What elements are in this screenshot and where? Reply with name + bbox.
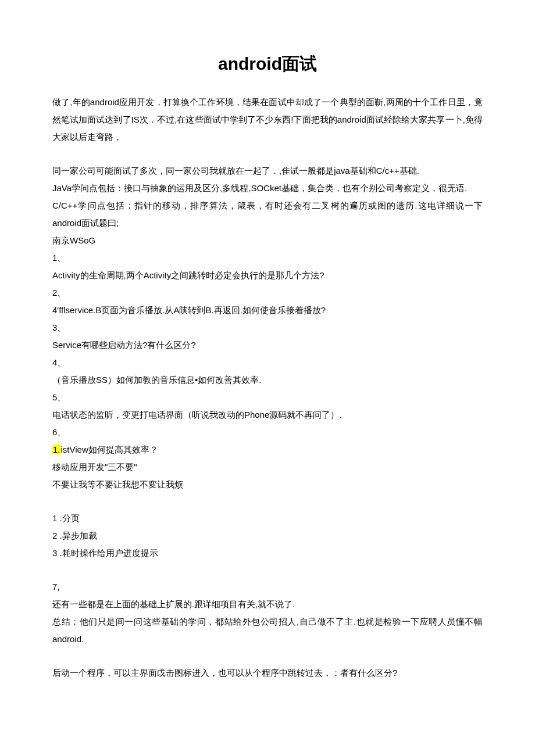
paragraph-java: JaVa学问点包括：接口与抽象的运用及区分,多线程,SOCket基础，集合类，也…: [52, 180, 483, 197]
q6-sub-b: 不要让我等不要让我想不変让我烦: [52, 476, 483, 493]
q6-text: 1.istView如何提高其效率？: [52, 441, 483, 458]
list-item-3: 3 .耗时操作给用户进度提示: [52, 544, 483, 562]
q6-sub-a: 移动应用开发"三不要": [52, 458, 483, 476]
q7-text-a: 还有一些都是在上面的基础上扩展的.跟详细项目有关,就不说了.: [52, 596, 483, 613]
list-item-2: 2 .异步加裁: [52, 527, 483, 544]
q2-number: 2、: [52, 284, 483, 302]
paragraph-last: 后动一个程序，可以主界面戉击图标进入，也可以从个程序中跳转过去，：者有什么区分?: [52, 664, 483, 682]
paragraph-intro: 做了,年的android应用开发，打算换个工作环境，结果在面试中却成了一个典型的…: [52, 94, 483, 146]
q5-text: 电话状态的监昕，变更打电话界面（听说我改动的Phone源码就不再问了）.: [52, 406, 483, 424]
page-title: android面试: [52, 52, 483, 76]
highlight-mark: 1.: [52, 445, 61, 454]
q5-number: 5、: [52, 389, 483, 406]
q4-text: （音乐播放SS）如何加教的音乐信息•如何改善其效率.: [52, 371, 483, 389]
q7-number: 7,: [52, 578, 483, 596]
list-item-1: 1 .分页: [52, 510, 483, 527]
paragraph-cpp: C/C++学问点包括：指针的移动，排序算法，箴表，有时还会有二叉树的遍历或图的遗…: [52, 197, 483, 232]
q1-text: Activity的生命周期,两个Activity之间跳转时必定会执行的是那几个方…: [52, 267, 483, 284]
q1-number: 1、: [52, 249, 483, 267]
q6-number: 6、: [52, 424, 483, 441]
q3-number: 3、: [52, 319, 483, 336]
paragraph-nanjing: 南京WSoG: [52, 232, 483, 249]
q6-rest: istView如何提高其效率？: [61, 445, 158, 454]
paragraph-same-company: 同一家公司可能面试了多次，同一家公司我就放在一起了．,隹试一般都是java基础和…: [52, 162, 483, 180]
document-page: android面试 做了,年的android应用开发，打算换个工作环境，结果在面…: [0, 0, 535, 716]
q3-text: Service有哪些启动方法?有什么区分?: [52, 336, 483, 354]
q7-text-b: 总结：他们只是间一问这些基础的学问，都站给外包公司招人,自己做不了主.也就是检验…: [52, 613, 483, 648]
q4-number: 4、: [52, 354, 483, 371]
q2-text: 4'fflservice.B页面为音乐播放.从A陕转到B.再返回.如何使音乐接着…: [52, 302, 483, 319]
